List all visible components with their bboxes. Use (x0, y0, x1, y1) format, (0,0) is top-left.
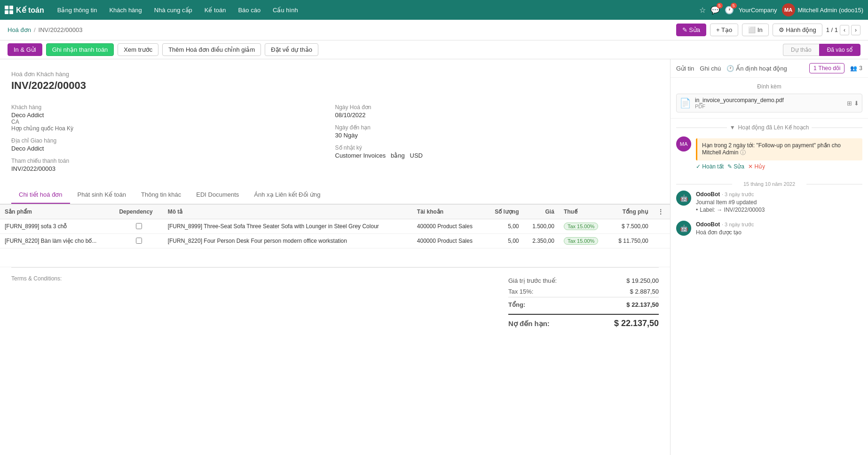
activity-time-text-2: 3 ngày trước (725, 222, 754, 227)
nav-customers[interactable]: Khách hàng (103, 4, 147, 16)
create-button[interactable]: + Tạo (710, 24, 738, 36)
row2-tax: Tax 15.00% (559, 234, 609, 248)
col-quantity: Số lượng (486, 205, 524, 219)
cancel-activity-button[interactable]: ✕ Hủy (748, 163, 765, 170)
invoice-date-label: Ngày Hoá đơn (335, 104, 659, 111)
attachment-preview-button[interactable]: ⊞ (847, 100, 852, 107)
activity-icon[interactable]: 🕐 5 (725, 6, 734, 15)
register-payment-button[interactable]: Ghi nhận thanh toán (46, 43, 114, 56)
edit-activity-button[interactable]: ✎ Sửa (727, 163, 744, 170)
author-name-1: OdooBot (696, 191, 720, 198)
avatar: MA (782, 3, 795, 16)
row1-menu (653, 219, 670, 234)
schedule-label: Ấn định hoạt động (736, 65, 787, 72)
nav-dashboard[interactable]: Bảng thông tin (52, 4, 103, 16)
prev-button[interactable]: ‹ (840, 25, 849, 35)
topnav-right: ☆ 💬 5 🕐 5 YourCompany MA Mitchell Admin … (699, 3, 863, 16)
col-menu: ⋮ (653, 205, 670, 219)
header-actions: ✎ Sửa + Tạo ⬜ In ⚙ Hành động 1 / 1 ‹ › (676, 24, 860, 36)
field-delivery: Địa chỉ Giao hàng Deco Addict (11, 135, 316, 155)
status-bar: In & Gửi Ghi nhận thanh toán Xem trước T… (0, 40, 868, 59)
activity-section: ▼ Hoạt động đã Lên Kế hoạch MA Hạn trong… (671, 119, 868, 250)
payment-ref-label: Tham chiếu thanh toán (11, 158, 316, 164)
topnav-menu: Bảng thông tin Khách hàng Nhà cung cấp K… (52, 4, 696, 16)
content-area: Hoá đơn Khách hàng INV/2022/00003 Khách … (0, 59, 671, 455)
nav-reports[interactable]: Báo cáo (232, 4, 266, 16)
chat-icon[interactable]: 💬 5 (710, 6, 720, 15)
table-row: [FURN_8999] sofa 3 chỗ [FURN_8999] Three… (0, 219, 670, 234)
field-invoice-date: Ngày Hoá đơn 08/10/2022 (335, 101, 659, 121)
print-send-button[interactable]: In & Gửi (8, 43, 42, 56)
pipeline-draft[interactable]: Dự thảo (783, 44, 819, 56)
activity-detail-1: Label: → INV/2022/00003 (696, 207, 862, 213)
row2-dependency (114, 234, 163, 248)
activity-content-bot2: OdooBot · 3 ngày trước Hoá đơn được tạo (696, 221, 862, 237)
clock-icon: 🕐 (726, 65, 734, 72)
pipeline: Dự thảo Đã vào sổ (783, 44, 860, 56)
attachment-actions: ⊞ ⬇ (847, 100, 859, 107)
row2-quantity: 5,00 (486, 234, 524, 248)
add-credit-note-button[interactable]: Thêm Hoá đơn điều chỉnh giảm (162, 43, 261, 56)
follow-button[interactable]: 1 Theo dõi (809, 63, 844, 73)
star-icon[interactable]: ☆ (699, 6, 706, 15)
grid-icon (5, 6, 13, 14)
row2-product[interactable]: [FURN_8220] Bàn làm việc cho bố... (0, 234, 114, 248)
row2-price: 2.350,00 (523, 234, 559, 248)
breadcrumb: Hoá đơn / INV/2022/00003 (8, 26, 83, 33)
field-journal: Số nhật ký Customer Invoices bằng USD (335, 142, 659, 162)
activity-avatar-bot1: 🤖 (676, 191, 691, 206)
payment-ref-value: INV/2022/00003 (11, 165, 316, 172)
tab-detail[interactable]: Chi tiết hoá đơn (11, 186, 70, 204)
people-button[interactable]: 👥 3 (850, 65, 862, 72)
row2-checkbox[interactable] (136, 238, 142, 244)
follow-label: Theo dõi (819, 65, 841, 72)
row2-description: [FURN_8220] Four Person Desk Four person… (163, 234, 412, 248)
breadcrumb-parent[interactable]: Hoá đơn (8, 26, 31, 33)
schedule-activity-button[interactable]: 🕐 Ấn định hoạt động (726, 65, 787, 72)
scheduled-activity: MA Hạn trong 2 ngày tới: "Follow-up on p… (676, 136, 862, 170)
attachment-name[interactable]: in_invoice_yourcompany_demo.pdf (695, 97, 843, 104)
invoice-table: Sản phẩm Dependency Mô tả Tài khoản Số l… (0, 204, 670, 267)
tab-accounting[interactable]: Phát sinh Kế toán (70, 186, 134, 204)
send-message-button[interactable]: Gửi tin (676, 65, 694, 72)
row1-subtotal: $ 7.500,00 (609, 219, 653, 234)
tab-edi[interactable]: EDI Documents (189, 186, 246, 204)
row1-product[interactable]: [FURN_8999] sofa 3 chỗ (0, 219, 114, 234)
row1-checkbox[interactable] (136, 223, 142, 229)
row1-description: [FURN_8999] Three-Seat Sofa Three Seater… (163, 219, 412, 234)
activity-header-text: Hoạt động đã Lên Kế hoạch (738, 124, 809, 131)
complete-button[interactable]: ✓ Hoàn tất (696, 163, 724, 170)
table-row: [FURN_8220] Bàn làm việc cho bố... [FURN… (0, 234, 670, 248)
activity-header: ▼ Hoạt động đã Lên Kế hoạch (676, 124, 862, 131)
next-button[interactable]: › (851, 25, 860, 35)
nav-config[interactable]: Cấu hình (267, 4, 304, 16)
edit-button[interactable]: ✎ Sửa (676, 24, 707, 36)
tabs: Chi tiết hoá đơn Phát sinh Kế toán Thông… (0, 186, 670, 204)
attachment-info: in_invoice_yourcompany_demo.pdf PDF (695, 97, 843, 109)
action-button[interactable]: ⚙ Hành động (773, 24, 822, 36)
nav-vendors[interactable]: Nhà cung cấp (149, 4, 198, 16)
right-fields: Ngày Hoá đơn 08/10/2022 Ngày đến hạn 30 … (335, 101, 659, 175)
due-row: Nợ đến hạn: $ 22.137,50 (508, 314, 659, 330)
tab-other[interactable]: Thông tin khác (134, 186, 189, 204)
app-logo[interactable]: Kế toán (5, 6, 44, 15)
tab-mapping[interactable]: Ánh xạ Liên kết Đối ứng (246, 186, 328, 204)
user-menu[interactable]: MA Mitchell Admin (odoo15) (782, 3, 863, 16)
app-name: Kế toán (16, 6, 44, 15)
breadcrumb-separator: / (34, 26, 36, 33)
pretax-label: Giá trị trước thuế: (508, 277, 557, 284)
nav-accounting[interactable]: Kế toán (199, 4, 232, 16)
note-button[interactable]: Ghi chú (700, 65, 721, 72)
activity-due-text: Hạn trong 2 ngày tới: "Follow-up on paym… (702, 142, 816, 149)
pipeline-posted[interactable]: Đã vào sổ (819, 44, 860, 56)
user-name: Mitchell Admin (odoo15) (798, 7, 863, 14)
reset-draft-button[interactable]: Đặt về dự thảo (265, 43, 318, 56)
row1-tax: Tax 15.00% (559, 219, 609, 234)
tax-row: Tax 15%: $ 2.887,50 (508, 286, 659, 297)
attachment-download-button[interactable]: ⬇ (854, 100, 859, 107)
print-button[interactable]: ⬜ In (742, 24, 768, 36)
preview-button[interactable]: Xem trước (118, 43, 158, 56)
journal-currency: USD (410, 152, 423, 159)
customer-label: Khách hàng (11, 104, 316, 111)
topnav: Kế toán Bảng thông tin Khách hàng Nhà cu… (0, 0, 868, 20)
